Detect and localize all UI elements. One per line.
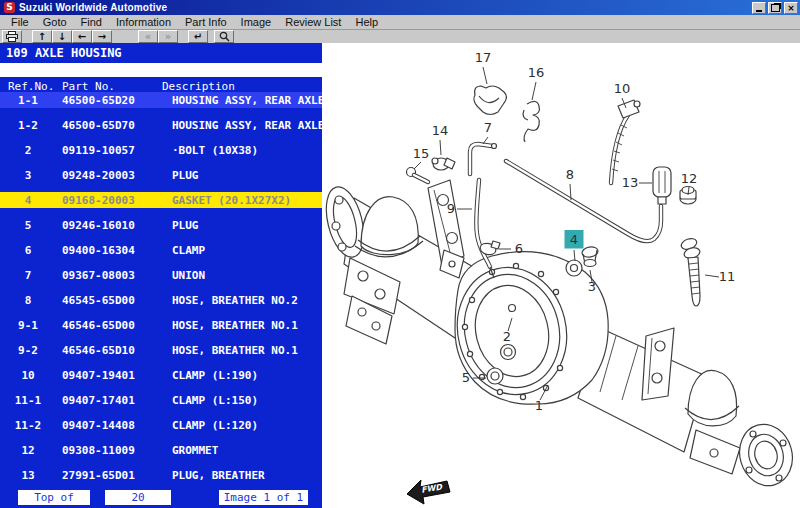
cell-part-no: 46546-65D10 (62, 344, 172, 357)
cell-description: HOUSING ASSY, REAR AXLE (172, 94, 322, 107)
restore-button[interactable] (768, 2, 782, 14)
double-chevron-left-icon: « (145, 31, 151, 42)
enter-button[interactable]: ↵ (188, 30, 208, 43)
diagram-callout-8[interactable]: 8 (566, 167, 574, 182)
status-position: Top of List (18, 490, 90, 505)
menu-item-image[interactable]: Image (234, 16, 279, 28)
table-row[interactable]: 1-1 46500-65D20 HOUSING ASSY, REAR AXLE (0, 92, 322, 108)
table-row[interactable]: 2 09119-10057 ·BOLT (10X38) (0, 142, 322, 158)
diagram-panel: FWD 1716141579108131264311512 (322, 43, 800, 508)
cell-part-no: 09168-20003 (62, 194, 172, 207)
menu-bar: FileGotoFindInformationPart InfoImageRev… (0, 15, 800, 30)
cell-ref-no: 8 (0, 294, 56, 307)
cell-part-no: 27991-65D01 (62, 469, 172, 482)
cell-ref-no: 6 (0, 244, 56, 257)
cell-ref-no: 2 (0, 144, 56, 157)
table-row[interactable]: 3 09248-20003 PLUG (0, 167, 322, 183)
table-row[interactable]: 13 27991-65D01 PLUG, BREATHER (0, 467, 322, 483)
status-records: 20 Records (105, 490, 171, 505)
forward-button[interactable]: → (92, 30, 112, 43)
table-row[interactable]: 12 09308-11009 GROMMET (0, 442, 322, 458)
menu-item-information[interactable]: Information (109, 16, 178, 28)
diagram-callout-7[interactable]: 7 (484, 120, 492, 135)
cell-description: UNION (172, 269, 205, 282)
double-chevron-right-icon: » (165, 31, 171, 42)
magnifier-icon (219, 31, 230, 42)
close-button[interactable]: × (784, 2, 798, 14)
cell-ref-no: 1-1 (0, 94, 56, 107)
diagram-callout-3[interactable]: 3 (588, 279, 596, 294)
cell-description: ·BOLT (10X38) (172, 144, 258, 157)
diagram-callout-4[interactable]: 4 (570, 232, 578, 247)
diagram-callout-6[interactable]: 6 (515, 241, 523, 256)
cell-ref-no: 11-2 (0, 419, 56, 432)
diagram-callout-5[interactable]: 5 (462, 370, 470, 385)
print-button[interactable] (2, 30, 22, 43)
table-row[interactable]: 11-1 09407-17401 CLAMP (L:150) (0, 392, 322, 408)
next-page-button[interactable]: » (158, 30, 178, 43)
menu-item-find[interactable]: Find (74, 16, 109, 28)
cell-ref-no: 7 (0, 269, 56, 282)
menu-item-goto[interactable]: Goto (36, 16, 74, 28)
diagram-callout-12[interactable]: 12 (681, 171, 698, 186)
column-headers: Ref.No. Part No. Description (0, 80, 322, 92)
cell-ref-no: 10 (0, 369, 56, 382)
axle-housing-diagram: FWD 1716141579108131264311512 (322, 43, 800, 508)
app-window: S Suzuki Worldwide Automotive × FileGoto… (0, 0, 800, 508)
diagram-callout-13[interactable]: 13 (622, 175, 639, 190)
diagram-callout-16[interactable]: 16 (528, 65, 545, 80)
table-row[interactable]: 7 09367-08003 UNION (0, 267, 322, 283)
fwd-arrow: FWD (407, 480, 450, 504)
table-row[interactable]: 6 09400-16304 CLAMP (0, 242, 322, 258)
diagram-callout-2[interactable]: 2 (503, 329, 511, 344)
table-row[interactable]: 11-2 09407-14408 CLAMP (L:120) (0, 417, 322, 433)
up-arrow-icon: ↑ (38, 31, 46, 42)
cell-part-no: 46546-65D00 (62, 319, 172, 332)
cell-part-no: 09407-17401 (62, 394, 172, 407)
cell-ref-no: 13 (0, 469, 56, 482)
cell-description: CLAMP (L:120) (172, 419, 258, 432)
axle-housing-drawing: FWD (322, 86, 800, 504)
left-arrow-icon: ← (78, 31, 86, 42)
minimize-button[interactable] (752, 2, 766, 14)
back-button[interactable]: ← (72, 30, 92, 43)
cell-description: HOSE, BREATHER NO.2 (172, 294, 298, 307)
cell-description: GROMMET (172, 444, 218, 457)
prev-page-button[interactable]: « (138, 30, 158, 43)
menu-item-file[interactable]: File (4, 16, 36, 28)
title-bar: S Suzuki Worldwide Automotive × (0, 0, 800, 15)
down-button[interactable]: ↓ (52, 30, 72, 43)
restore-icon (771, 4, 780, 12)
minimize-icon (756, 10, 762, 12)
menu-item-review-list[interactable]: Review List (278, 16, 348, 28)
menu-item-help[interactable]: Help (348, 16, 385, 28)
cell-description: PLUG (172, 169, 199, 182)
table-row[interactable]: 10 09407-19401 CLAMP (L:190) (0, 367, 322, 383)
table-row[interactable]: 8 46545-65D00 HOSE, BREATHER NO.2 (0, 292, 322, 308)
zoom-button[interactable] (214, 30, 234, 43)
down-arrow-icon: ↓ (58, 31, 66, 42)
diagram-callout-10[interactable]: 10 (614, 81, 631, 96)
diagram-callout-1[interactable]: 1 (535, 398, 543, 413)
table-row[interactable]: 5 09246-16010 PLUG (0, 217, 322, 233)
diagram-callout-9[interactable]: 9 (447, 201, 455, 216)
table-row[interactable]: 9-1 46546-65D00 HOSE, BREATHER NO.1 (0, 317, 322, 333)
table-row[interactable]: 1-2 46500-65D70 HOUSING ASSY, REAR AXLE (0, 117, 322, 133)
right-arrow-icon: → (98, 31, 106, 42)
up-button[interactable]: ↑ (32, 30, 52, 43)
parts-list-panel: 109 AXLE HOUSING Ref.No. Part No. Descri… (0, 43, 322, 508)
diagram-callout-15[interactable]: 15 (413, 146, 430, 161)
cell-description: PLUG, BREATHER (172, 469, 265, 482)
menu-item-part-info[interactable]: Part Info (178, 16, 234, 28)
parts-list-title: 109 AXLE HOUSING (6, 46, 122, 60)
cell-ref-no: 5 (0, 219, 56, 232)
table-row[interactable]: 9-2 46546-65D10 HOSE, BREATHER NO.1 (0, 342, 322, 358)
cell-description: CLAMP (L:190) (172, 369, 258, 382)
toolbar: ↑ ↓ ← → « » ↵ (0, 30, 800, 43)
diagram-callout-14[interactable]: 14 (432, 123, 449, 138)
diagram-callout-17[interactable]: 17 (475, 50, 492, 65)
table-row[interactable]: 4 09168-20003 GASKET (20.1X27X2) (0, 192, 322, 208)
enter-icon: ↵ (194, 31, 202, 42)
app-logo-icon[interactable]: S (4, 2, 15, 13)
diagram-callout-11[interactable]: 11 (719, 269, 736, 284)
